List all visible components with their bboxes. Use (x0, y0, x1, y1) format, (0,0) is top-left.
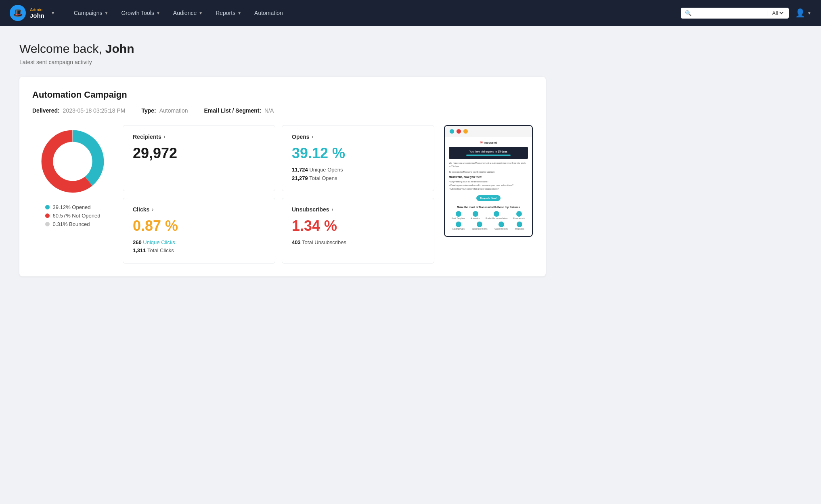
campaign-meta: Delivered: 2023-05-18 03:25:18 PM Type: … (32, 107, 533, 114)
search-input[interactable] (694, 10, 764, 16)
email-preview-banner: Your free trial expires in 15 days (449, 147, 528, 159)
welcome-title: Welcome back, John (19, 42, 546, 56)
clicks-value: 0.87 % (133, 217, 265, 234)
stat-recipients: Recipients › 29,972 (123, 125, 275, 191)
opens-value: 39.12 % (292, 145, 424, 162)
nav-user-info: Admin John (30, 7, 44, 19)
opens-header[interactable]: Opens › (292, 134, 424, 140)
user-dropdown-arrow[interactable]: ▼ (51, 10, 55, 15)
email-preview-text2: To keep using Moosend you'll need to upg… (449, 170, 528, 174)
opens-arrow: › (312, 134, 314, 140)
search-bar[interactable]: 🔍 All (681, 8, 789, 19)
clicks-arrow: › (152, 207, 153, 212)
reports-arrow: ▼ (237, 11, 241, 15)
opens-sub: 11,724 Unique Opens 21,279 Total Opens (292, 166, 424, 183)
donut-legend: 39.12% Opened 60.57% Not Opened 0.31% Bo… (45, 204, 101, 227)
titlebar-dot-red (457, 129, 461, 134)
nav-item-audience[interactable]: Audience ▼ (168, 6, 208, 19)
navbar: 🎩 Admin John ▼ Campaigns ▼ Growth Tools … (0, 0, 821, 26)
email-preview-text1: We hope you are enjoying Moosend, just a… (449, 161, 528, 168)
ep-icon-integrations: Integrations (515, 222, 525, 230)
stat-clicks: Clicks › 0.87 % 260 Unique Clicks 1,311 … (123, 198, 275, 264)
search-filter-select[interactable]: All (767, 10, 785, 17)
search-icon: 🔍 (685, 10, 691, 16)
nav-item-growth-tools[interactable]: Growth Tools ▼ (115, 6, 165, 19)
type-meta: Type: Automation (141, 107, 188, 114)
email-preview-titlebar (445, 126, 532, 137)
unique-clicks-link[interactable]: Unique Clicks (143, 239, 175, 245)
audience-arrow: ▼ (199, 11, 203, 15)
nav-item-automation[interactable]: Automation (249, 6, 289, 19)
nav-logo[interactable]: 🎩 Admin John ▼ (10, 5, 55, 21)
unsubscribes-value: 1.34 % (292, 217, 424, 234)
email-preview-heading: Meanwhile, have you tried: (449, 176, 528, 178)
donut-chart-wrapper: 39.12% Opened 60.57% Not Opened 0.31% Bo… (32, 125, 113, 227)
recipients-value: 29,972 (133, 145, 265, 162)
legend-dot-opened (45, 205, 50, 209)
unsubscribes-header[interactable]: Unsubscribes › (292, 206, 424, 213)
ep-icon-ecommerce-ai: Ecommerce AI (513, 211, 525, 220)
admin-label: Admin (30, 7, 44, 12)
user-account-arrow: ▼ (807, 11, 811, 15)
email-brand-logo: ✉ moosend (449, 141, 528, 144)
email-cta-button: Upgrade Now! (476, 195, 501, 201)
user-account-button[interactable]: 👤 ▼ (795, 8, 811, 18)
main-content: Welcome back, John Latest sent campaign … (0, 26, 565, 293)
email-preview-icons-row-2: Landing Pages Subscription Forms Custom … (449, 222, 528, 230)
nav-items: Campaigns ▼ Growth Tools ▼ Audience ▼ Re… (68, 6, 681, 19)
nav-item-reports[interactable]: Reports ▼ (210, 6, 247, 19)
growth-tools-arrow: ▼ (156, 11, 160, 15)
unsubscribes-sub: 403 Total Unsubscribes (292, 238, 424, 247)
delivered-meta: Delivered: 2023-05-18 03:25:18 PM (32, 107, 125, 114)
email-preview-body: ✉ moosend Your free trial expires in 15 … (445, 137, 532, 236)
titlebar-dot-teal (450, 129, 454, 134)
ep-icon-automation: Automation (471, 211, 480, 220)
legend-dot-bounced (45, 222, 50, 226)
email-preview-progress (466, 155, 511, 156)
recipients-header[interactable]: Recipients › (133, 134, 265, 140)
campaign-title: Automation Campaign (32, 90, 533, 100)
welcome-subtitle: Latest sent campaign activity (19, 59, 546, 65)
clicks-sub: 260 Unique Clicks 1,311 Total Clicks (133, 238, 265, 255)
recipients-arrow: › (164, 134, 165, 140)
stats-grid: Recipients › 29,972 Opens › 39.12 % 11,7… (123, 125, 434, 264)
email-preview: ✉ moosend Your free trial expires in 15 … (444, 125, 533, 237)
email-preview-footer-heading: Make the most of Moosend with these top … (449, 206, 528, 209)
titlebar-dot-yellow (463, 129, 468, 134)
logo-icon: 🎩 (10, 5, 26, 21)
legend-bounced: 0.31% Bounced (45, 221, 101, 227)
email-preview-list: • Segmenting your list for better result… (449, 180, 528, 191)
user-icon: 👤 (795, 8, 805, 18)
ep-icon-product-recommendations: Product Recommendations (486, 211, 507, 220)
email-preview-icons-row-1: Email Templates Automation Product Recom… (449, 211, 528, 220)
ep-icon-landing-pages: Landing Pages (452, 222, 465, 230)
ep-icon-custom-reports: Custom Reports (494, 222, 508, 230)
nav-item-campaigns[interactable]: Campaigns ▼ (68, 6, 114, 19)
legend-not-opened: 60.57% Not Opened (45, 213, 101, 219)
ep-icon-subscription-forms: Subscription Forms (472, 222, 488, 230)
segment-meta: Email List / Segment: N/A (204, 107, 274, 114)
ep-icon-email-templates: Email Templates (452, 211, 465, 220)
nav-username: John (30, 12, 44, 19)
campaigns-arrow: ▼ (105, 11, 109, 15)
donut-chart (36, 125, 109, 198)
clicks-header[interactable]: Clicks › (133, 206, 265, 213)
stat-unsubscribes: Unsubscribes › 1.34 % 403 Total Unsubscr… (282, 198, 434, 264)
legend-opened: 39.12% Opened (45, 204, 101, 210)
legend-dot-not-opened (45, 213, 50, 218)
stat-opens: Opens › 39.12 % 11,724 Unique Opens 21,2… (282, 125, 434, 191)
campaign-body: 39.12% Opened 60.57% Not Opened 0.31% Bo… (32, 125, 533, 264)
unsubscribes-arrow: › (332, 207, 333, 212)
campaign-card: Automation Campaign Delivered: 2023-05-1… (19, 77, 546, 276)
